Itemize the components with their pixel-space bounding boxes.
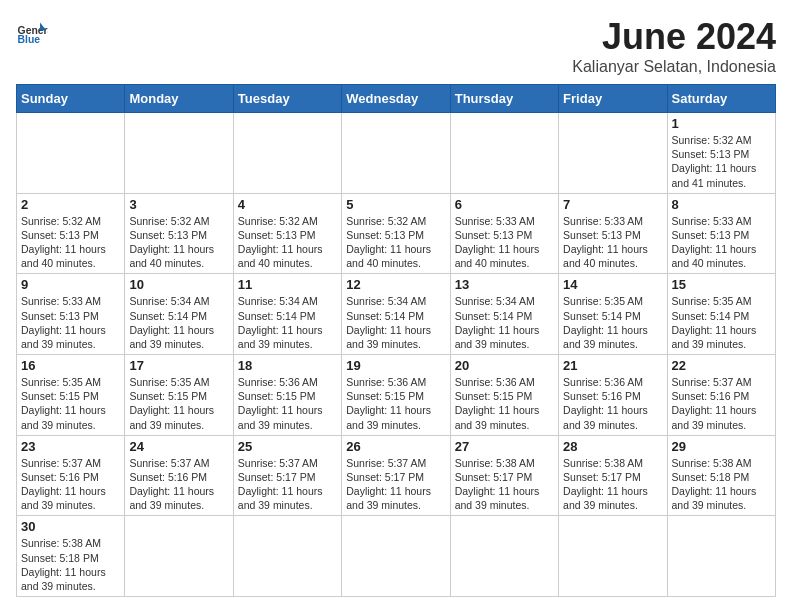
calendar-cell — [667, 516, 775, 597]
day-number: 8 — [672, 197, 771, 212]
day-number: 12 — [346, 277, 445, 292]
day-info: Sunrise: 5:34 AMSunset: 5:14 PMDaylight:… — [346, 294, 445, 351]
day-number: 4 — [238, 197, 337, 212]
day-info: Sunrise: 5:33 AMSunset: 5:13 PMDaylight:… — [455, 214, 554, 271]
day-number: 1 — [672, 116, 771, 131]
day-number: 29 — [672, 439, 771, 454]
col-header-thursday: Thursday — [450, 85, 558, 113]
col-header-tuesday: Tuesday — [233, 85, 341, 113]
calendar-cell: 10Sunrise: 5:34 AMSunset: 5:14 PMDayligh… — [125, 274, 233, 355]
day-info: Sunrise: 5:33 AMSunset: 5:13 PMDaylight:… — [21, 294, 120, 351]
title-block: June 2024 Kalianyar Selatan, Indonesia — [572, 16, 776, 76]
day-number: 30 — [21, 519, 120, 534]
day-info: Sunrise: 5:33 AMSunset: 5:13 PMDaylight:… — [672, 214, 771, 271]
day-number: 16 — [21, 358, 120, 373]
day-info: Sunrise: 5:34 AMSunset: 5:14 PMDaylight:… — [238, 294, 337, 351]
day-number: 13 — [455, 277, 554, 292]
day-info: Sunrise: 5:34 AMSunset: 5:14 PMDaylight:… — [455, 294, 554, 351]
day-number: 5 — [346, 197, 445, 212]
day-number: 3 — [129, 197, 228, 212]
day-number: 19 — [346, 358, 445, 373]
calendar-header-row: SundayMondayTuesdayWednesdayThursdayFrid… — [17, 85, 776, 113]
calendar-week-2: 2Sunrise: 5:32 AMSunset: 5:13 PMDaylight… — [17, 193, 776, 274]
day-number: 7 — [563, 197, 662, 212]
calendar-cell: 16Sunrise: 5:35 AMSunset: 5:15 PMDayligh… — [17, 355, 125, 436]
calendar-cell: 12Sunrise: 5:34 AMSunset: 5:14 PMDayligh… — [342, 274, 450, 355]
location-title: Kalianyar Selatan, Indonesia — [572, 58, 776, 76]
day-info: Sunrise: 5:32 AMSunset: 5:13 PMDaylight:… — [238, 214, 337, 271]
day-number: 18 — [238, 358, 337, 373]
day-info: Sunrise: 5:32 AMSunset: 5:13 PMDaylight:… — [346, 214, 445, 271]
calendar-cell: 28Sunrise: 5:38 AMSunset: 5:17 PMDayligh… — [559, 435, 667, 516]
calendar-cell: 30Sunrise: 5:38 AMSunset: 5:18 PMDayligh… — [17, 516, 125, 597]
calendar-cell: 18Sunrise: 5:36 AMSunset: 5:15 PMDayligh… — [233, 355, 341, 436]
calendar-cell: 3Sunrise: 5:32 AMSunset: 5:13 PMDaylight… — [125, 193, 233, 274]
calendar-cell: 15Sunrise: 5:35 AMSunset: 5:14 PMDayligh… — [667, 274, 775, 355]
day-number: 15 — [672, 277, 771, 292]
calendar-cell: 19Sunrise: 5:36 AMSunset: 5:15 PMDayligh… — [342, 355, 450, 436]
day-info: Sunrise: 5:35 AMSunset: 5:15 PMDaylight:… — [21, 375, 120, 432]
svg-text:Blue: Blue — [18, 34, 41, 45]
logo-icon: General Blue — [16, 16, 48, 48]
col-header-monday: Monday — [125, 85, 233, 113]
calendar-cell: 26Sunrise: 5:37 AMSunset: 5:17 PMDayligh… — [342, 435, 450, 516]
calendar-cell: 11Sunrise: 5:34 AMSunset: 5:14 PMDayligh… — [233, 274, 341, 355]
calendar-cell: 17Sunrise: 5:35 AMSunset: 5:15 PMDayligh… — [125, 355, 233, 436]
day-info: Sunrise: 5:38 AMSunset: 5:18 PMDaylight:… — [21, 536, 120, 593]
day-number: 10 — [129, 277, 228, 292]
calendar-cell: 2Sunrise: 5:32 AMSunset: 5:13 PMDaylight… — [17, 193, 125, 274]
day-info: Sunrise: 5:37 AMSunset: 5:16 PMDaylight:… — [672, 375, 771, 432]
calendar-cell — [450, 113, 558, 194]
day-info: Sunrise: 5:37 AMSunset: 5:16 PMDaylight:… — [21, 456, 120, 513]
day-info: Sunrise: 5:34 AMSunset: 5:14 PMDaylight:… — [129, 294, 228, 351]
day-info: Sunrise: 5:32 AMSunset: 5:13 PMDaylight:… — [129, 214, 228, 271]
calendar-cell — [125, 516, 233, 597]
col-header-friday: Friday — [559, 85, 667, 113]
day-number: 6 — [455, 197, 554, 212]
day-info: Sunrise: 5:32 AMSunset: 5:13 PMDaylight:… — [672, 133, 771, 190]
day-info: Sunrise: 5:35 AMSunset: 5:14 PMDaylight:… — [563, 294, 662, 351]
calendar-cell — [17, 113, 125, 194]
calendar-week-4: 16Sunrise: 5:35 AMSunset: 5:15 PMDayligh… — [17, 355, 776, 436]
col-header-wednesday: Wednesday — [342, 85, 450, 113]
calendar-cell — [450, 516, 558, 597]
calendar-cell: 8Sunrise: 5:33 AMSunset: 5:13 PMDaylight… — [667, 193, 775, 274]
page-header: General Blue June 2024 Kalianyar Selatan… — [16, 16, 776, 76]
calendar-cell — [125, 113, 233, 194]
day-info: Sunrise: 5:36 AMSunset: 5:15 PMDaylight:… — [455, 375, 554, 432]
logo: General Blue — [16, 16, 48, 48]
calendar-cell: 23Sunrise: 5:37 AMSunset: 5:16 PMDayligh… — [17, 435, 125, 516]
calendar-week-1: 1Sunrise: 5:32 AMSunset: 5:13 PMDaylight… — [17, 113, 776, 194]
calendar-cell: 20Sunrise: 5:36 AMSunset: 5:15 PMDayligh… — [450, 355, 558, 436]
calendar-cell: 24Sunrise: 5:37 AMSunset: 5:16 PMDayligh… — [125, 435, 233, 516]
day-info: Sunrise: 5:35 AMSunset: 5:15 PMDaylight:… — [129, 375, 228, 432]
calendar-cell: 22Sunrise: 5:37 AMSunset: 5:16 PMDayligh… — [667, 355, 775, 436]
calendar-cell: 4Sunrise: 5:32 AMSunset: 5:13 PMDaylight… — [233, 193, 341, 274]
day-number: 25 — [238, 439, 337, 454]
day-number: 26 — [346, 439, 445, 454]
day-number: 17 — [129, 358, 228, 373]
calendar-cell: 25Sunrise: 5:37 AMSunset: 5:17 PMDayligh… — [233, 435, 341, 516]
calendar-week-3: 9Sunrise: 5:33 AMSunset: 5:13 PMDaylight… — [17, 274, 776, 355]
day-info: Sunrise: 5:38 AMSunset: 5:17 PMDaylight:… — [455, 456, 554, 513]
day-number: 23 — [21, 439, 120, 454]
day-number: 9 — [21, 277, 120, 292]
day-info: Sunrise: 5:36 AMSunset: 5:15 PMDaylight:… — [346, 375, 445, 432]
day-number: 21 — [563, 358, 662, 373]
calendar-cell — [233, 113, 341, 194]
day-info: Sunrise: 5:37 AMSunset: 5:17 PMDaylight:… — [346, 456, 445, 513]
calendar-cell: 14Sunrise: 5:35 AMSunset: 5:14 PMDayligh… — [559, 274, 667, 355]
day-info: Sunrise: 5:36 AMSunset: 5:16 PMDaylight:… — [563, 375, 662, 432]
day-number: 2 — [21, 197, 120, 212]
day-info: Sunrise: 5:36 AMSunset: 5:15 PMDaylight:… — [238, 375, 337, 432]
day-number: 28 — [563, 439, 662, 454]
calendar-cell: 21Sunrise: 5:36 AMSunset: 5:16 PMDayligh… — [559, 355, 667, 436]
day-info: Sunrise: 5:38 AMSunset: 5:18 PMDaylight:… — [672, 456, 771, 513]
calendar-cell: 29Sunrise: 5:38 AMSunset: 5:18 PMDayligh… — [667, 435, 775, 516]
calendar-week-6: 30Sunrise: 5:38 AMSunset: 5:18 PMDayligh… — [17, 516, 776, 597]
calendar-week-5: 23Sunrise: 5:37 AMSunset: 5:16 PMDayligh… — [17, 435, 776, 516]
month-title: June 2024 — [572, 16, 776, 58]
day-info: Sunrise: 5:38 AMSunset: 5:17 PMDaylight:… — [563, 456, 662, 513]
calendar-cell: 5Sunrise: 5:32 AMSunset: 5:13 PMDaylight… — [342, 193, 450, 274]
calendar-cell: 27Sunrise: 5:38 AMSunset: 5:17 PMDayligh… — [450, 435, 558, 516]
